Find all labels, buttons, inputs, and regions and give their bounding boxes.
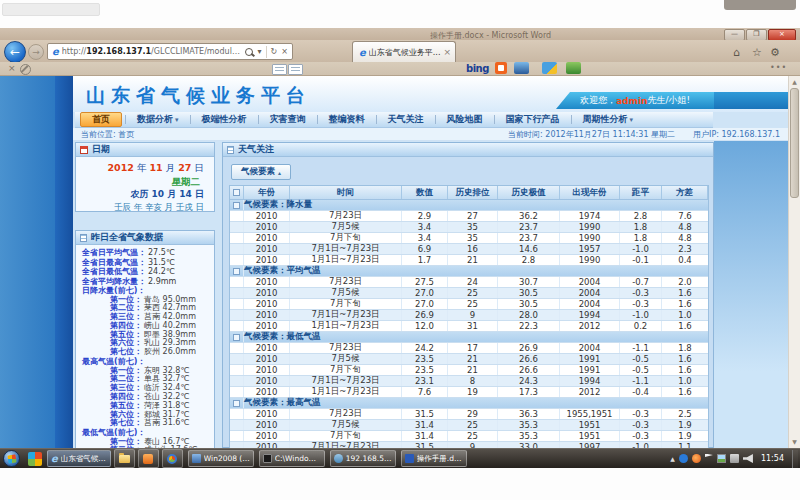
scroll-up-icon[interactable]: ▲ bbox=[789, 76, 800, 87]
table-cell: 2010 bbox=[244, 222, 290, 232]
column-header[interactable]: 数值 bbox=[402, 186, 448, 199]
nav-item-7[interactable]: 风险地图 bbox=[436, 113, 494, 126]
table-row[interactable]: 20107月下旬27.02530.52004-0.31.6 bbox=[230, 299, 708, 310]
climate-element-button[interactable]: 气候要素 ▴ bbox=[231, 164, 291, 180]
taskbar-window-1[interactable]: Win2008 (VS2... bbox=[188, 450, 254, 467]
table-row[interactable]: 20107月5候23.52126.61991-0.51.6 bbox=[230, 354, 708, 365]
group-expander-icon[interactable] bbox=[233, 268, 240, 275]
group-expander-icon[interactable] bbox=[233, 202, 240, 209]
browser-tab[interactable]: e 山东省气候业务平... × bbox=[352, 41, 456, 62]
table-row[interactable]: 20107月23日24.21726.92004-1.11.8 bbox=[230, 343, 708, 354]
chevron-down-icon[interactable]: ▾ bbox=[258, 47, 262, 56]
table-row[interactable]: 20107月下旬31.42535.31951-0.31.9 bbox=[230, 431, 708, 442]
puzzle-icon[interactable] bbox=[566, 62, 581, 74]
column-header[interactable]: 出现年份 bbox=[560, 186, 620, 199]
refresh-icon[interactable]: ↻ bbox=[271, 47, 278, 56]
rank-value[interactable]: 胶州 26.0mm bbox=[144, 348, 196, 357]
table-cell: -0.3 bbox=[620, 409, 662, 419]
column-header[interactable]: 历史极值 bbox=[498, 186, 560, 199]
group-expander-icon[interactable] bbox=[233, 400, 240, 407]
table-group-row[interactable]: 气候要素：最低气温 bbox=[230, 332, 708, 343]
table-row[interactable]: 20107月5候27.02530.52004-0.31.6 bbox=[230, 288, 708, 299]
nav-item-4[interactable]: 灾害查询 bbox=[259, 113, 317, 126]
stop-icon[interactable]: × bbox=[281, 47, 288, 56]
nav-item-1[interactable]: 首页 bbox=[80, 112, 122, 127]
column-header[interactable]: 年份 bbox=[244, 186, 290, 199]
nav-item-5[interactable]: 整编资料 bbox=[318, 113, 376, 126]
nav-item-2[interactable]: 数据分析▾ bbox=[126, 113, 190, 126]
table-group-row[interactable]: 气候要素：最高气温 bbox=[230, 398, 708, 409]
column-header[interactable]: 时间 bbox=[290, 186, 402, 199]
scrollbar-thumb[interactable] bbox=[790, 88, 799, 198]
checkbox-icon[interactable] bbox=[233, 189, 240, 196]
rank-value[interactable]: 莒南 31.6℃ bbox=[144, 419, 189, 428]
taskbar-ie-item[interactable]: e 山东省气候业务平台 bbox=[47, 450, 111, 467]
hidden-icons-arrow[interactable]: ▲ bbox=[670, 455, 675, 462]
table-row[interactable]: 20107月5候31.42535.31951-0.31.9 bbox=[230, 420, 708, 431]
column-header[interactable]: 距平 bbox=[620, 186, 662, 199]
column-header[interactable]: 方差 bbox=[662, 186, 708, 199]
forward-button[interactable]: → bbox=[28, 44, 44, 60]
browser-app-button[interactable] bbox=[162, 449, 183, 468]
nav-item-9[interactable]: 周期性分析▾ bbox=[572, 113, 645, 126]
table-row[interactable]: 20107月23日27.52430.72004-0.72.0 bbox=[230, 277, 708, 288]
clock[interactable]: 11:54 bbox=[761, 454, 784, 463]
tab-close-icon[interactable]: × bbox=[443, 47, 451, 57]
home-icon[interactable]: ⌂ bbox=[733, 46, 740, 59]
show-desktop-button[interactable] bbox=[792, 450, 798, 468]
table-row[interactable]: 20107月下旬3.43523.719901.84.8 bbox=[230, 233, 708, 244]
messenger-tray-icon[interactable] bbox=[679, 454, 688, 463]
window-icon bbox=[263, 454, 272, 463]
mail-icon[interactable] bbox=[288, 64, 303, 75]
page-scrollbar[interactable]: ▲ ▼ bbox=[788, 76, 800, 448]
table-row[interactable]: 20107月23日2.92736.219742.87.6 bbox=[230, 211, 708, 222]
weather-watch-panel: 天气关注 气候要素 ▴ 年份时间数值历史排位历史极值出现年份距平方差气候要素：降… bbox=[222, 142, 714, 448]
taskbar-window-2[interactable]: C:\Windows\s... bbox=[259, 450, 325, 467]
table-cell: 7.6 bbox=[662, 211, 708, 221]
table-row[interactable]: 20107月下旬23.52126.61991-0.51.6 bbox=[230, 365, 708, 376]
tools-gear-icon[interactable]: ⚙ bbox=[770, 46, 780, 59]
table-cell: 26.9 bbox=[402, 310, 448, 320]
overflow-dots[interactable]: ••• bbox=[770, 63, 787, 72]
column-header[interactable]: 历史排位 bbox=[448, 186, 498, 199]
table-group-row[interactable]: 气候要素：降水量 bbox=[230, 200, 708, 211]
table-row[interactable]: 20107月1日~7月23日26.9928.01994-1.01.0 bbox=[230, 310, 708, 321]
network-icon[interactable] bbox=[730, 454, 739, 463]
nav-item-6[interactable]: 天气关注 bbox=[377, 113, 435, 126]
table-row[interactable]: 20107月23日31.52936.31955,1951-0.32.5 bbox=[230, 409, 708, 420]
bird-icon[interactable] bbox=[542, 62, 557, 74]
volume-icon[interactable] bbox=[743, 454, 753, 463]
table-cell: 26.6 bbox=[498, 354, 560, 364]
search-icon[interactable] bbox=[245, 48, 253, 56]
nav-item-3[interactable]: 极端性分析 bbox=[191, 113, 258, 126]
table-cell: 2010 bbox=[244, 387, 290, 397]
firefox-tray-icon[interactable] bbox=[692, 454, 701, 463]
table-row[interactable]: 20107月1日~7月23日23.1824.31994-1.11.0 bbox=[230, 376, 708, 387]
scroll-down-icon[interactable]: ▼ bbox=[789, 436, 800, 447]
table-group-row[interactable]: 气候要素：平均气温 bbox=[230, 266, 708, 277]
photo-tray-icon[interactable] bbox=[717, 454, 726, 463]
table-row[interactable]: 20107月5候3.43523.719901.84.8 bbox=[230, 222, 708, 233]
nav-item-8[interactable]: 国家下行产品 bbox=[495, 113, 571, 126]
taskbar-window-3[interactable]: 192.168.59.99... bbox=[330, 450, 396, 467]
taskbar-window-4[interactable]: 操作手册.docx ... bbox=[401, 450, 467, 467]
group-expander-icon[interactable] bbox=[233, 334, 240, 341]
table-row[interactable]: 20107月1日~7月23日6.91614.61957-1.02.3 bbox=[230, 244, 708, 255]
start-button[interactable] bbox=[3, 450, 20, 467]
weather-panel-header: 昨日全省气象数据 bbox=[76, 231, 214, 245]
bing-logo[interactable]: bing bbox=[466, 63, 489, 74]
url-text[interactable]: http://192.168.137.1/GLCCLIMATE/modules/… bbox=[62, 47, 242, 56]
orange-app-button[interactable] bbox=[138, 449, 159, 468]
row-select-cell bbox=[230, 376, 244, 386]
bing-box-icon[interactable] bbox=[495, 62, 507, 74]
explorer-button[interactable] bbox=[114, 449, 135, 468]
binoculars-icon[interactable] bbox=[514, 62, 529, 74]
table-cell: 2010 bbox=[244, 354, 290, 364]
close-pane-icon[interactable]: × bbox=[8, 63, 16, 73]
address-bar[interactable]: e http://192.168.137.1/GLCCLIMATE/module… bbox=[47, 43, 293, 60]
card-icon[interactable] bbox=[272, 64, 287, 75]
back-button[interactable]: ← bbox=[4, 41, 26, 63]
pinned-app-icon[interactable] bbox=[28, 452, 42, 466]
action-center-flag-icon[interactable] bbox=[705, 454, 713, 464]
favorites-star-icon[interactable]: ☆ bbox=[752, 46, 762, 59]
